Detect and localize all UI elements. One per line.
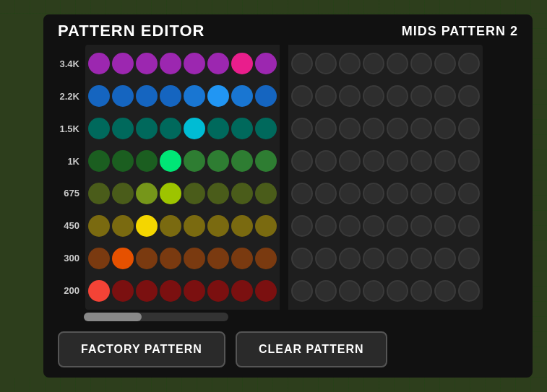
inactive-dot-6-4[interactable] xyxy=(387,248,408,269)
active-dot-0-2[interactable] xyxy=(136,53,158,74)
active-dot-4-4[interactable] xyxy=(184,183,205,204)
active-dot-7-7[interactable] xyxy=(255,280,277,302)
inactive-dot-2-7[interactable] xyxy=(458,118,480,139)
active-dot-1-1[interactable] xyxy=(112,85,134,107)
active-dot-1-0[interactable] xyxy=(88,85,110,107)
inactive-dot-1-0[interactable] xyxy=(291,85,313,107)
active-dot-3-3[interactable] xyxy=(160,150,181,172)
active-dot-0-0[interactable] xyxy=(88,53,110,74)
active-dot-0-6[interactable] xyxy=(231,53,253,74)
inactive-dot-row-2.2K[interactable] xyxy=(288,85,483,107)
active-section[interactable] xyxy=(85,45,280,310)
inactive-dot-2-4[interactable] xyxy=(387,118,408,139)
inactive-dot-4-2[interactable] xyxy=(339,183,361,204)
active-dot-4-7[interactable] xyxy=(255,183,277,204)
inactive-dot-1-3[interactable] xyxy=(363,85,384,107)
inactive-dot-row-3.4K[interactable] xyxy=(288,53,483,74)
active-dot-row-300[interactable] xyxy=(85,248,280,269)
active-dot-7-6[interactable] xyxy=(231,280,253,302)
active-dot-5-2[interactable] xyxy=(136,215,158,237)
inactive-dot-5-6[interactable] xyxy=(434,215,456,237)
active-dot-2-1[interactable] xyxy=(112,118,134,139)
scrollbar-thumb[interactable] xyxy=(84,313,142,321)
clear-pattern-button[interactable]: CLEAR PATTERN xyxy=(236,331,387,367)
inactive-dot-row-300[interactable] xyxy=(288,248,483,269)
inactive-dot-1-2[interactable] xyxy=(339,85,361,107)
inactive-dot-5-0[interactable] xyxy=(291,215,313,237)
inactive-dot-6-0[interactable] xyxy=(291,248,313,269)
inactive-dot-5-2[interactable] xyxy=(339,215,361,237)
inactive-dot-0-7[interactable] xyxy=(458,53,480,74)
active-dot-2-3[interactable] xyxy=(160,118,181,139)
factory-pattern-button[interactable]: FACTORY PATTERN xyxy=(58,331,225,367)
active-dot-4-5[interactable] xyxy=(207,183,229,204)
active-dot-6-1[interactable] xyxy=(112,248,134,269)
active-dot-1-5[interactable] xyxy=(207,85,229,107)
inactive-dot-7-7[interactable] xyxy=(458,280,480,302)
inactive-dot-row-675[interactable] xyxy=(288,183,483,204)
active-dot-0-4[interactable] xyxy=(184,53,205,74)
inactive-dot-2-1[interactable] xyxy=(315,118,337,139)
active-dot-4-3[interactable] xyxy=(160,183,181,204)
active-dot-2-0[interactable] xyxy=(88,118,110,139)
active-dot-7-2[interactable] xyxy=(136,280,158,302)
active-dot-7-0[interactable] xyxy=(88,280,110,302)
active-dot-4-6[interactable] xyxy=(231,183,253,204)
active-dot-5-7[interactable] xyxy=(255,215,277,237)
inactive-dot-0-0[interactable] xyxy=(291,53,313,74)
inactive-dot-6-2[interactable] xyxy=(339,248,361,269)
active-dot-1-3[interactable] xyxy=(160,85,181,107)
active-dot-3-2[interactable] xyxy=(136,150,158,172)
active-dot-6-3[interactable] xyxy=(160,248,181,269)
active-dot-row-1K[interactable] xyxy=(85,150,280,172)
inactive-dot-7-1[interactable] xyxy=(315,280,337,302)
active-dot-2-4[interactable] xyxy=(184,118,205,139)
inactive-dot-1-6[interactable] xyxy=(434,85,456,107)
inactive-dot-7-3[interactable] xyxy=(363,280,384,302)
inactive-dot-5-7[interactable] xyxy=(458,215,480,237)
inactive-dot-2-5[interactable] xyxy=(410,118,432,139)
active-dot-5-1[interactable] xyxy=(112,215,134,237)
active-dot-6-6[interactable] xyxy=(231,248,253,269)
inactive-dot-row-450[interactable] xyxy=(288,215,483,237)
active-dot-2-6[interactable] xyxy=(231,118,253,139)
active-dot-6-7[interactable] xyxy=(255,248,277,269)
inactive-dot-5-3[interactable] xyxy=(363,215,384,237)
inactive-dot-3-2[interactable] xyxy=(339,150,361,172)
active-dot-6-5[interactable] xyxy=(207,248,229,269)
inactive-dot-1-7[interactable] xyxy=(458,85,480,107)
active-dot-7-4[interactable] xyxy=(184,280,205,302)
active-dot-6-0[interactable] xyxy=(88,248,110,269)
inactive-dot-0-3[interactable] xyxy=(363,53,384,74)
active-dot-5-3[interactable] xyxy=(160,215,181,237)
active-dot-1-6[interactable] xyxy=(231,85,253,107)
active-dot-row-1.5K[interactable] xyxy=(85,118,280,139)
inactive-dot-1-4[interactable] xyxy=(387,85,408,107)
inactive-dot-0-5[interactable] xyxy=(410,53,432,74)
inactive-dot-3-5[interactable] xyxy=(410,150,432,172)
active-dot-2-5[interactable] xyxy=(207,118,229,139)
active-dot-3-1[interactable] xyxy=(112,150,134,172)
inactive-dot-3-7[interactable] xyxy=(458,150,480,172)
inactive-dot-4-3[interactable] xyxy=(363,183,384,204)
active-dot-5-4[interactable] xyxy=(184,215,205,237)
inactive-dot-7-6[interactable] xyxy=(434,280,456,302)
active-dot-4-0[interactable] xyxy=(88,183,110,204)
inactive-dot-6-1[interactable] xyxy=(315,248,337,269)
active-dot-1-7[interactable] xyxy=(255,85,277,107)
active-dot-3-0[interactable] xyxy=(88,150,110,172)
inactive-dot-7-0[interactable] xyxy=(291,280,313,302)
scrollbar-track[interactable] xyxy=(84,313,228,321)
active-dot-row-450[interactable] xyxy=(85,215,280,237)
inactive-dot-row-1.5K[interactable] xyxy=(288,118,483,139)
active-dot-4-2[interactable] xyxy=(136,183,158,204)
active-dot-row-3.4K[interactable] xyxy=(85,53,280,74)
active-dot-0-1[interactable] xyxy=(112,53,134,74)
inactive-dot-3-0[interactable] xyxy=(291,150,313,172)
active-dot-0-3[interactable] xyxy=(160,53,181,74)
active-dot-3-7[interactable] xyxy=(255,150,277,172)
active-dot-row-675[interactable] xyxy=(85,183,280,204)
active-dot-row-2.2K[interactable] xyxy=(85,85,280,107)
active-dot-7-1[interactable] xyxy=(112,280,134,302)
active-dot-5-6[interactable] xyxy=(231,215,253,237)
